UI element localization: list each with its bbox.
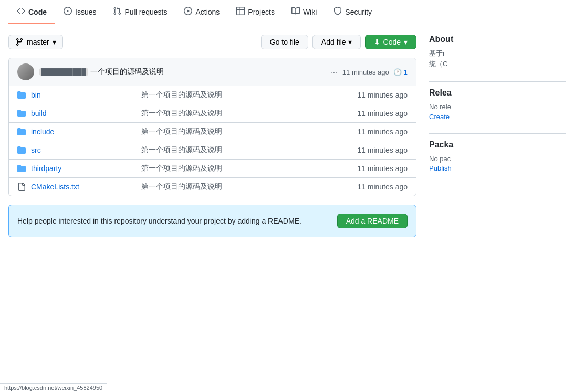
sidebar-packages-no: No pac xyxy=(429,154,566,164)
file-name[interactable]: CMakeLists.txt xyxy=(31,183,136,191)
sidebar-create-link[interactable]: Create xyxy=(429,113,450,121)
code-button[interactable]: ⬇ Code ▾ xyxy=(365,35,416,49)
commit-history[interactable]: 🕐 1 xyxy=(393,68,408,76)
circle-dot-icon xyxy=(64,7,72,17)
git-pull-request-icon xyxy=(113,7,121,17)
nav-item-issues[interactable]: Issues xyxy=(55,1,105,24)
code-chevron-icon: ▾ xyxy=(404,38,408,46)
nav-label-pull-requests: Pull requests xyxy=(124,8,167,16)
commit-message: ██████████一个项目的源码及说明 xyxy=(39,67,326,77)
folder-icon xyxy=(17,91,26,99)
folder-icon xyxy=(17,128,26,136)
readme-text: Help people interested in this repositor… xyxy=(17,216,301,227)
history-icon: 🕐 xyxy=(393,68,402,76)
sidebar-releases-title: Relea xyxy=(429,88,566,98)
file-name[interactable]: thirdparty xyxy=(31,164,136,173)
file-doc-icon xyxy=(17,183,26,191)
nav-item-pull-requests[interactable]: Pull requests xyxy=(105,1,175,24)
toolbar-right: Go to file Add file ▾ ⬇ Code ▾ xyxy=(261,35,416,49)
code-label: Code xyxy=(383,38,401,46)
file-commit: 第一个项目的源码及说明 xyxy=(141,182,339,192)
table-row: src 第一个项目的源码及说明 11 minutes ago xyxy=(9,141,416,160)
nav-label-security: Security xyxy=(345,8,372,16)
username-redacted: ██████████ xyxy=(39,68,88,76)
nav-item-actions[interactable]: Actions xyxy=(175,1,228,24)
add-file-button[interactable]: Add file ▾ xyxy=(312,35,361,49)
table-row: include 第一个项目的源码及说明 11 minutes ago xyxy=(9,123,416,141)
file-time: 11 minutes ago xyxy=(345,183,408,191)
go-to-file-button[interactable]: Go to file xyxy=(261,35,308,49)
file-name[interactable]: build xyxy=(31,109,136,118)
folder-icon xyxy=(17,146,26,154)
add-file-label: Add file xyxy=(321,38,346,46)
table-row: CMakeLists.txt 第一个项目的源码及说明 11 minutes ag… xyxy=(9,178,416,196)
file-time: 11 minutes ago xyxy=(345,128,408,136)
sidebar-about-section: About 基于r 统（C xyxy=(429,35,566,69)
sidebar: About 基于r 统（C Relea No rele Create Packa… xyxy=(429,35,566,237)
table-icon xyxy=(236,7,245,17)
nav-label-wiki: Wiki xyxy=(303,8,317,16)
nav-label-projects: Projects xyxy=(248,8,275,16)
code-icon xyxy=(17,7,25,17)
folder-icon xyxy=(17,109,26,118)
sidebar-about-title: About xyxy=(429,35,566,44)
nav-item-security[interactable]: Security xyxy=(325,1,380,24)
nav-label-code: Code xyxy=(28,8,47,16)
folder-icon xyxy=(17,164,26,173)
file-commit: 第一个项目的源码及说明 xyxy=(141,109,339,118)
file-commit: 第一个项目的源码及说明 xyxy=(141,90,339,100)
file-time: 11 minutes ago xyxy=(345,146,408,154)
sidebar-packages-title: Packa xyxy=(429,140,566,150)
commit-row: ██████████一个项目的源码及说明 ··· 11 minutes ago … xyxy=(9,58,416,86)
file-name[interactable]: bin xyxy=(31,91,136,99)
nav-item-wiki[interactable]: Wiki xyxy=(283,1,325,24)
sidebar-divider-2 xyxy=(429,133,566,134)
sidebar-publish-link[interactable]: Publish xyxy=(429,164,452,172)
go-to-file-label: Go to file xyxy=(270,38,299,46)
file-commit: 第一个项目的源码及说明 xyxy=(141,127,339,136)
branch-toolbar: master ▾ Go to file Add file ▾ ⬇ Code ▾ xyxy=(8,35,416,49)
file-table: ██████████一个项目的源码及说明 ··· 11 minutes ago … xyxy=(8,58,416,196)
readme-banner: Help people interested in this repositor… xyxy=(8,205,416,237)
avatar-image xyxy=(17,63,34,80)
sidebar-packages-section: Packa No pac Publish xyxy=(429,140,566,173)
download-icon: ⬇ xyxy=(374,38,380,46)
file-time: 11 minutes ago xyxy=(345,109,408,118)
commit-meta: 11 minutes ago 🕐 1 xyxy=(342,68,408,76)
commit-time: 11 minutes ago xyxy=(342,68,389,76)
file-commit: 第一个项目的源码及说明 xyxy=(141,164,339,173)
add-readme-button[interactable]: Add a README xyxy=(337,214,408,228)
nav-label-actions: Actions xyxy=(195,8,220,16)
avatar xyxy=(17,63,34,80)
file-commit: 第一个项目的源码及说明 xyxy=(141,145,339,155)
table-row: build 第一个项目的源码及说明 11 minutes ago xyxy=(9,104,416,123)
nav-item-projects[interactable]: Projects xyxy=(228,1,283,24)
branch-name: master xyxy=(27,38,49,46)
commit-dots[interactable]: ··· xyxy=(331,68,337,76)
chevron-down-icon: ▾ xyxy=(53,38,56,46)
file-time: 11 minutes ago xyxy=(345,91,408,99)
sidebar-releases-no: No rele xyxy=(429,102,566,112)
shield-icon xyxy=(333,7,342,17)
table-row: thirdparty 第一个项目的源码及说明 11 minutes ago xyxy=(9,160,416,178)
file-name[interactable]: src xyxy=(31,146,136,154)
git-branch-icon xyxy=(15,38,24,46)
sidebar-releases-section: Relea No rele Create xyxy=(429,88,566,121)
file-time: 11 minutes ago xyxy=(345,164,408,173)
sidebar-about-text: 基于r 统（C xyxy=(429,48,566,69)
history-count: 1 xyxy=(404,68,408,76)
nav-item-code[interactable]: Code xyxy=(8,1,55,24)
nav-label-issues: Issues xyxy=(75,8,96,16)
sidebar-divider-1 xyxy=(429,81,566,82)
add-file-chevron-icon: ▾ xyxy=(348,38,352,46)
play-circle-icon xyxy=(184,7,192,17)
nav-bar: Code Issues Pull requests Actions Projec… xyxy=(0,0,574,24)
book-icon xyxy=(291,7,300,17)
table-row: bin 第一个项目的源码及说明 11 minutes ago xyxy=(9,86,416,104)
file-name[interactable]: include xyxy=(31,128,136,136)
branch-button[interactable]: master ▾ xyxy=(8,35,63,49)
main-content: master ▾ Go to file Add file ▾ ⬇ Code ▾ xyxy=(0,24,574,248)
repo-section: master ▾ Go to file Add file ▾ ⬇ Code ▾ xyxy=(8,35,416,237)
